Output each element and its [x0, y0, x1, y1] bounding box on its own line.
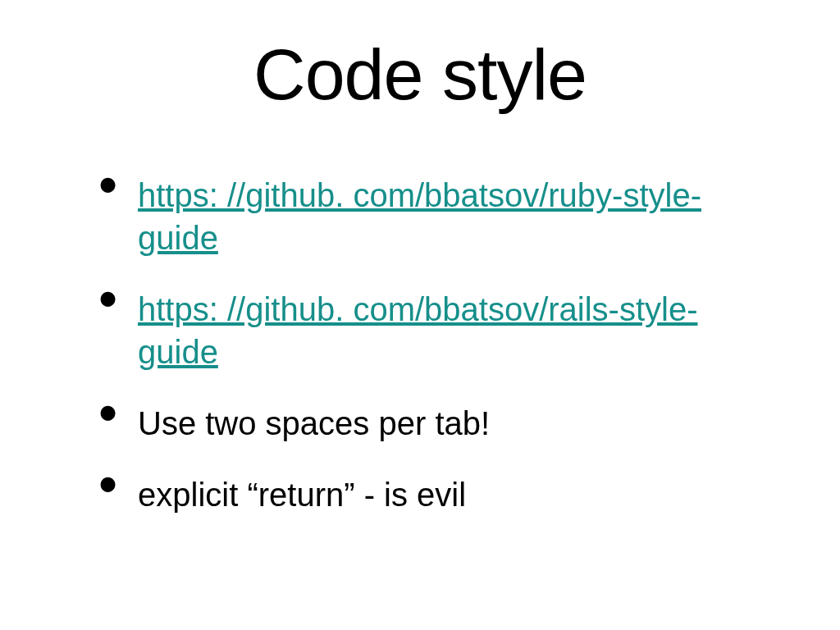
- list-item: explicit “return” - is evil: [98, 473, 766, 516]
- list-item: https: //github. com/bbatsov/rails-style…: [98, 288, 766, 373]
- bullet-text: explicit “return” - is evil: [138, 477, 466, 513]
- bullet-list: https: //github. com/bbatsov/ruby-style-…: [74, 174, 766, 516]
- list-item: https: //github. com/bbatsov/ruby-style-…: [98, 174, 766, 259]
- list-item: Use two spaces per tab!: [98, 402, 766, 445]
- ruby-style-guide-link[interactable]: https: //github. com/bbatsov/ruby-style-…: [138, 177, 701, 256]
- rails-style-guide-link[interactable]: https: //github. com/bbatsov/rails-style…: [138, 291, 698, 370]
- bullet-text: Use two spaces per tab!: [138, 405, 490, 441]
- slide-container: Code style https: //github. com/bbatsov/…: [0, 0, 840, 630]
- slide-title: Code style: [74, 33, 766, 116]
